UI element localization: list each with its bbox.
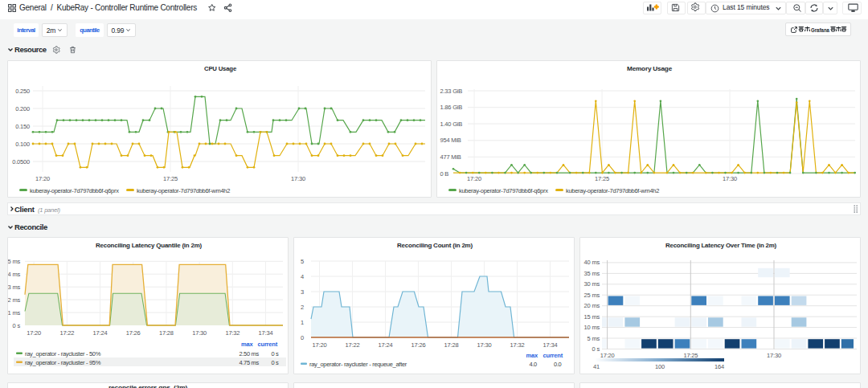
svg-text:477 MiB: 477 MiB [440,153,461,161]
svg-text:0.200: 0.200 [15,105,30,112]
svg-text:17:26: 17:26 [126,329,141,337]
svg-text:100: 100 [655,363,665,370]
svg-text:0 s: 0 s [271,359,279,366]
svg-text:17:22: 17:22 [346,341,360,349]
svg-text:17:30: 17:30 [291,175,305,182]
svg-text:0.250: 0.250 [15,88,30,95]
svg-text:kuberay-operator-7d797dbb6f-q6: kuberay-operator-7d797dbb6f-q6prx [30,187,119,194]
svg-text:1 ms: 1 ms [8,309,20,317]
svg-text:0.0500: 0.0500 [12,158,30,165]
svg-text:5: 5 [301,258,304,265]
svg-text:2.50 ms: 2.50 ms [239,350,259,357]
svg-text:4 ms: 4 ms [8,271,20,278]
svg-text:current: current [258,341,278,348]
svg-text:17:28: 17:28 [444,341,459,349]
svg-text:17:30: 17:30 [192,329,207,337]
svg-text:kuberay-operator-7d797dbb6f-wm: kuberay-operator-7d797dbb6f-wm4h2 [137,187,230,194]
svg-text:Reconciling Latency Over Time: Reconciling Latency Over Time (in 2m) [665,242,777,249]
svg-text:17:20: 17:20 [27,329,41,337]
svg-text:17:20: 17:20 [467,175,481,182]
svg-text:17:24: 17:24 [93,329,108,337]
svg-text:max: max [526,352,538,359]
svg-text:17:26: 17:26 [411,341,426,349]
svg-text:17:22: 17:22 [59,329,74,337]
svg-text:0 s: 0 s [13,322,21,329]
svg-text:reconcile errors qps_(2m): reconcile errors qps_(2m) [108,384,188,388]
svg-text:1.86 GiB: 1.86 GiB [440,104,463,111]
svg-text:2.33 GiB: 2.33 GiB [440,88,463,95]
svg-text:17:30: 17:30 [477,341,492,349]
svg-text:5 ms: 5 ms [588,335,600,342]
svg-text:ray_operator - raycluster - 50: ray_operator - raycluster - 50% [25,350,101,357]
svg-text:0 s: 0 s [271,350,279,357]
svg-text:Reconciling Count (in 2m): Reconciling Count (in 2m) [397,242,473,249]
svg-text:40 ms: 40 ms [584,259,600,266]
svg-text:15 ms: 15 ms [584,313,600,321]
svg-text:kuberay-operator-7d797dbb6f-q6: kuberay-operator-7d797dbb6f-q6prx [459,187,548,194]
svg-text:17:32: 17:32 [510,341,525,349]
svg-text:Grafana: Grafana [811,27,829,34]
svg-text:20 ms: 20 ms [584,302,600,309]
svg-text:0 B: 0 B [440,170,449,178]
svg-text:2 ms: 2 ms [8,296,20,304]
svg-text:Reconciling Latency Quantile (: Reconciling Latency Quantile (in 2m) [96,242,203,249]
svg-text:41: 41 [593,363,600,370]
svg-text:Memory Usage: Memory Usage [627,65,673,72]
svg-text:17:20: 17:20 [600,352,615,359]
svg-text:17:34: 17:34 [259,329,273,337]
svg-text:kuberay-operator-7d797dbb6f-wm: kuberay-operator-7d797dbb6f-wm4h2 [566,187,659,194]
svg-text:17:25: 17:25 [595,175,609,182]
svg-text:1.40 GiB: 1.40 GiB [440,120,463,128]
svg-text:4.0: 4.0 [529,361,537,368]
svg-text:17:25: 17:25 [683,352,698,359]
svg-text:17:25: 17:25 [163,175,178,182]
svg-text:4: 4 [301,273,304,280]
svg-text:17:32: 17:32 [225,329,240,337]
svg-text:17:28: 17:28 [159,329,174,337]
svg-text:17:20: 17:20 [313,341,327,349]
svg-text:0.0: 0.0 [554,361,562,368]
svg-text:30 ms: 30 ms [584,280,600,288]
svg-text:164: 164 [714,363,724,370]
svg-text:17:30: 17:30 [767,352,781,359]
svg-text:17:20: 17:20 [35,175,50,182]
svg-text:1: 1 [301,319,304,326]
svg-text:3: 3 [301,288,304,296]
svg-text:0.100: 0.100 [15,141,30,148]
svg-text:0: 0 [301,334,304,341]
svg-text:17:30: 17:30 [723,175,737,182]
svg-text:5 ms: 5 ms [8,258,20,265]
svg-text:0 s: 0 s [592,345,600,353]
svg-text:2: 2 [301,304,304,311]
svg-text:max: max [241,341,253,348]
svg-text:ray_operator - raycluster - 95: ray_operator - raycluster - 95% [25,359,101,366]
svg-text:ray_operator- raycluster - req: ray_operator- raycluster - requeue_after [309,361,407,368]
svg-text:954 MiB: 954 MiB [440,137,461,144]
svg-text:0.150: 0.150 [15,123,30,130]
svg-text:current: current [543,352,563,359]
svg-text:25 ms: 25 ms [584,292,600,299]
svg-text:CPU Usage: CPU Usage [204,65,237,72]
svg-text:17:34: 17:34 [543,341,558,349]
svg-text:3 ms: 3 ms [8,284,20,291]
svg-text:10 ms: 10 ms [584,324,600,331]
svg-text:17:24: 17:24 [379,341,393,349]
svg-text:35 ms: 35 ms [584,270,600,277]
svg-text:4.75 ms: 4.75 ms [239,359,259,366]
